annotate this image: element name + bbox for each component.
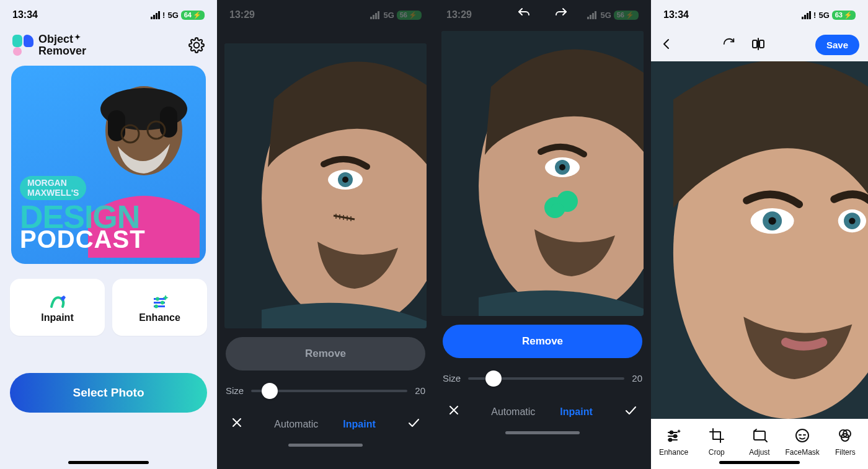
remove-button[interactable]: Remove	[443, 325, 642, 358]
svg-rect-3	[160, 107, 177, 138]
tool-enhance[interactable]: Enhance	[654, 427, 694, 457]
svg-point-21	[559, 164, 565, 170]
canvas[interactable]	[441, 31, 644, 316]
back-icon[interactable]	[660, 37, 673, 53]
svg-rect-35	[754, 431, 765, 440]
filters-icon	[836, 427, 854, 444]
size-value: 20	[632, 373, 642, 384]
status-right: ! 5G 64⚡	[151, 11, 205, 20]
signal-alert-icon: !	[162, 11, 165, 20]
tool-label: FaceMask	[785, 448, 819, 457]
battery-icon: 56⚡	[397, 11, 422, 20]
editor-controls: Remove Size 20 Automatic Inpaint	[217, 328, 434, 469]
remove-label: Remove	[522, 335, 563, 348]
reload-icon[interactable]	[722, 37, 736, 53]
tool-filters[interactable]: Filters	[825, 427, 865, 457]
svg-point-9	[156, 297, 159, 300]
tab-inpaint[interactable]: Inpaint	[560, 406, 592, 418]
tool-label: Adjust	[749, 448, 769, 457]
remove-label: Remove	[305, 348, 346, 360]
size-slider[interactable]	[468, 377, 624, 380]
redo-icon[interactable]	[554, 6, 569, 24]
editor-screen-disabled: 13:29 5G 56⚡ Remove Size 20	[217, 0, 434, 469]
result-screen: 13:34 ! 5G 63⚡ Save	[651, 0, 868, 469]
size-row: Size 20	[226, 385, 425, 396]
tab-inpaint[interactable]: Inpaint	[343, 419, 375, 430]
enhance-icon	[665, 427, 683, 444]
canvas[interactable]	[224, 43, 427, 328]
status-time: 13:34	[12, 9, 38, 20]
mode-tabs: Automatic Inpaint	[491, 406, 593, 418]
svg-point-28	[768, 217, 776, 224]
tool-crop[interactable]: Crop	[697, 427, 737, 457]
inpaint-label: Inpaint	[41, 312, 73, 323]
editor-screen-active: 13:29 5G 56⚡ Remove	[434, 0, 651, 469]
home-indicator[interactable]	[719, 461, 800, 464]
inpaint-card[interactable]: Inpaint	[10, 279, 105, 336]
app-logo-icon	[12, 35, 33, 56]
settings-icon[interactable]	[188, 37, 205, 53]
app-name: Object✦ Remover	[38, 33, 86, 57]
save-button[interactable]: Save	[815, 35, 859, 55]
select-photo-label: Select Photo	[73, 386, 144, 400]
home-screen: 13:34 ! 5G 64⚡ Object✦ Remover	[0, 0, 217, 469]
svg-point-31	[849, 217, 855, 224]
tool-adjust[interactable]: Adjust	[740, 427, 779, 457]
editor-nav: Save	[651, 27, 868, 61]
network-type: 5G	[818, 11, 829, 20]
size-label: Size	[443, 373, 461, 384]
signal-icon	[370, 11, 379, 19]
home-indicator[interactable]	[288, 444, 363, 447]
mode-row: Automatic Inpaint	[226, 413, 425, 441]
tool-label: Crop	[709, 448, 725, 457]
status-time: 13:34	[663, 9, 689, 20]
status-right: 5G 56⚡	[370, 11, 422, 20]
home-indicator[interactable]	[68, 461, 149, 464]
inpaint-icon	[48, 291, 68, 312]
adjust-icon	[751, 427, 768, 444]
app-header: Object✦ Remover	[0, 27, 217, 62]
canvas[interactable]	[651, 61, 868, 419]
home-indicator[interactable]	[505, 431, 580, 434]
photo-face	[441, 31, 644, 316]
tab-automatic[interactable]: Automatic	[274, 419, 318, 430]
status-bar: 13:34 ! 5G 63⚡	[651, 0, 868, 27]
signal-alert-icon: !	[813, 11, 816, 20]
photo-face	[224, 43, 427, 328]
action-grid: Inpaint Enhance	[0, 268, 217, 336]
editor-controls: Remove Size 20 Automatic Inpaint	[434, 316, 651, 469]
hero-title-design: DESIGN	[20, 203, 197, 232]
sparkle-icon: ✦	[74, 33, 81, 42]
svg-rect-22	[753, 40, 757, 48]
undo-icon[interactable]	[516, 6, 531, 24]
enhance-card[interactable]: Enhance	[112, 279, 207, 336]
slider-thumb[interactable]	[262, 383, 278, 399]
svg-point-16	[342, 177, 348, 183]
app-logo: Object✦ Remover	[12, 33, 86, 57]
confirm-icon[interactable]	[403, 413, 424, 435]
size-slider[interactable]	[251, 390, 407, 392]
compare-icon[interactable]	[751, 37, 766, 53]
size-value: 20	[415, 385, 425, 396]
battery-icon: 63⚡	[832, 11, 856, 20]
size-row: Size 20	[443, 373, 642, 384]
svg-point-11	[154, 304, 158, 308]
status-bar: 13:29 5G 56⚡	[217, 0, 434, 27]
confirm-icon[interactable]	[620, 401, 641, 423]
svg-rect-23	[760, 40, 764, 48]
tab-automatic[interactable]: Automatic	[491, 406, 535, 418]
signal-icon	[151, 11, 160, 19]
close-icon[interactable]	[444, 401, 464, 422]
status-bar: 13:34 ! 5G 64⚡	[0, 0, 217, 27]
network-type: 5G	[383, 11, 394, 20]
select-photo-button[interactable]: Select Photo	[10, 373, 207, 413]
hero-card[interactable]: MORGANMAXWELL'S DESIGN PODCAST	[11, 66, 206, 264]
brush-stroke	[551, 203, 564, 217]
tool-facemask[interactable]: FaceMask	[782, 427, 822, 457]
photo-face	[651, 61, 868, 419]
slider-thumb[interactable]	[485, 370, 502, 387]
close-icon[interactable]	[227, 414, 247, 434]
remove-button[interactable]: Remove	[226, 337, 425, 370]
facemask-icon	[794, 427, 811, 444]
hero-text-overlay: MORGANMAXWELL'S DESIGN PODCAST	[20, 176, 197, 250]
